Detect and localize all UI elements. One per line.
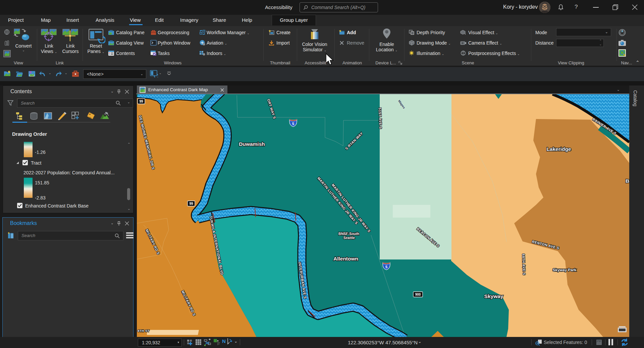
svg-text:BNSF-South: BNSF-South xyxy=(338,232,359,236)
svg-text:Lakeridge: Lakeridge xyxy=(546,146,571,152)
svg-text:Skyway Park: Skyway Park xyxy=(553,268,577,272)
svg-text:Br: Br xyxy=(626,178,629,184)
svg-text:Duwamish: Duwamish xyxy=(239,141,265,147)
svg-text:5: 5 xyxy=(292,122,294,126)
svg-text:8TH ST: 8TH ST xyxy=(138,329,150,333)
svg-text:900: 900 xyxy=(415,293,421,296)
svg-text:Skyway: Skyway xyxy=(484,293,503,299)
svg-text:99: 99 xyxy=(189,202,193,206)
svg-text:68TH AVE S: 68TH AVE S xyxy=(522,254,526,275)
svg-text:Seattle: Seattle xyxy=(343,236,355,240)
svg-text:Allentown: Allentown xyxy=(333,256,358,262)
svg-text:99: 99 xyxy=(139,100,143,103)
svg-text:5: 5 xyxy=(385,265,387,269)
svg-text:51ST AVE S: 51ST AVE S xyxy=(378,108,383,129)
